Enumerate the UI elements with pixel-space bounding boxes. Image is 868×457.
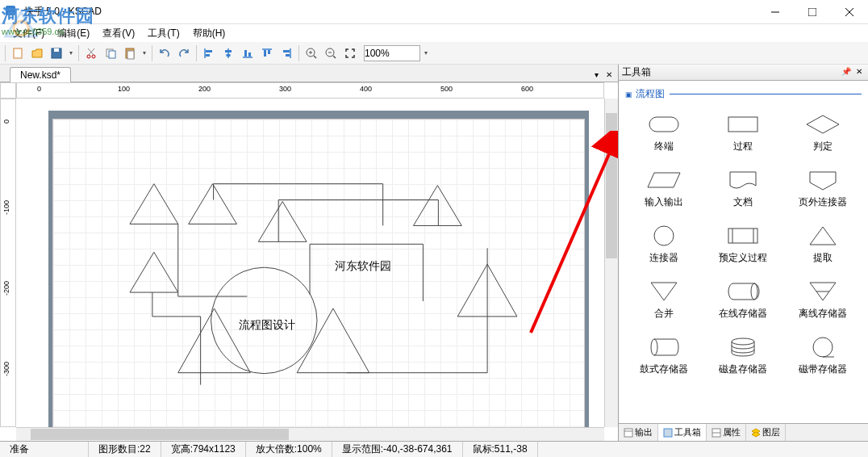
shape-io[interactable]: 输入输出 xyxy=(625,163,703,214)
redo-button[interactable] xyxy=(175,44,193,62)
svg-rect-41 xyxy=(649,117,678,132)
save-dropdown-icon[interactable]: ▾ xyxy=(67,49,75,57)
io-icon xyxy=(646,168,682,192)
status-ready: 准备 xyxy=(0,442,89,457)
shape-connector[interactable]: 连接器 xyxy=(625,219,703,270)
toolbox-panel: 工具箱 📌 ✕ ▣ 流程图 终端过程判定输入输出文档页外连接器连接器预定义过程提… xyxy=(618,65,868,441)
drawing-page[interactable]: 河东软件园 流程图设计 xyxy=(52,119,585,427)
cut-button[interactable] xyxy=(82,44,100,62)
minimize-button[interactable] xyxy=(757,0,794,24)
terminator-icon xyxy=(646,112,682,136)
svg-rect-1 xyxy=(6,6,15,15)
svg-rect-42 xyxy=(728,117,757,132)
canvas-viewport: 0 100 200 300 400 500 600 0 -100 -200 -3… xyxy=(0,82,618,441)
zoom-out-button[interactable] xyxy=(322,44,340,62)
shape-decision[interactable]: 判定 xyxy=(784,107,862,158)
menu-view[interactable]: 查看(V) xyxy=(96,25,141,42)
shape-drum-storage[interactable]: 鼓式存储器 xyxy=(625,330,703,381)
menu-help[interactable]: 帮助(H) xyxy=(186,25,232,42)
predefined-icon xyxy=(725,224,761,248)
merge-icon xyxy=(646,279,682,304)
shape-label: 磁盘存储器 xyxy=(719,363,767,376)
undo-button[interactable] xyxy=(156,44,173,62)
svg-rect-31 xyxy=(286,54,290,57)
drum-storage-icon xyxy=(646,335,682,359)
svg-line-12 xyxy=(89,48,94,55)
align-left-button[interactable] xyxy=(200,44,218,62)
align-bottom-button[interactable] xyxy=(239,44,257,62)
maximize-button[interactable] xyxy=(794,0,831,24)
tab-dropdown-icon[interactable]: ▾ xyxy=(590,70,602,82)
status-page-size: 宽高:794x1123 xyxy=(161,442,246,457)
paste-dropdown-icon[interactable]: ▾ xyxy=(140,49,148,57)
shape-label: 预定义过程 xyxy=(719,251,767,265)
svg-rect-53 xyxy=(624,429,632,437)
svg-rect-8 xyxy=(54,48,59,52)
shape-merge[interactable]: 合并 xyxy=(625,275,703,325)
shape-label: 文档 xyxy=(733,195,753,209)
shape-document[interactable]: 文档 xyxy=(704,163,782,214)
extract-icon xyxy=(805,224,841,248)
panel-pin-icon[interactable]: 📌 xyxy=(841,67,852,78)
disk-storage-icon xyxy=(725,335,761,359)
align-right-button[interactable] xyxy=(278,44,295,62)
copy-button[interactable] xyxy=(102,44,119,62)
svg-line-33 xyxy=(314,56,316,58)
panel-tab-properties[interactable]: 属性 xyxy=(707,424,746,441)
svg-rect-19 xyxy=(206,54,210,57)
svg-point-43 xyxy=(654,226,674,245)
window-title: 快手 5.0 - KSCAD xyxy=(24,5,757,19)
tab-close-icon[interactable]: ✕ xyxy=(603,70,615,82)
category-header[interactable]: ▣ 流程图 xyxy=(619,81,868,104)
menu-file[interactable]: 文件(F) xyxy=(6,25,51,42)
connector-icon xyxy=(646,224,682,248)
svg-rect-14 xyxy=(109,51,115,58)
menu-bar: 文件(F) 编辑(E) 查看(V) 工具(T) 帮助(H) xyxy=(0,24,868,42)
shape-offline-storage[interactable]: 离线存储器 xyxy=(784,275,862,325)
document-tab-bar: New.ksd* ▾ ✕ xyxy=(0,65,618,82)
shape-label: 连接器 xyxy=(649,251,678,265)
svg-rect-21 xyxy=(225,50,232,52)
ruler-corner xyxy=(0,82,16,99)
align-top-button[interactable] xyxy=(258,44,276,62)
panel-tab-toolbox[interactable]: 工具箱 xyxy=(658,424,707,441)
shape-extract[interactable]: 提取 xyxy=(784,219,862,270)
close-button[interactable] xyxy=(831,0,868,24)
panel-tab-layers[interactable]: 图层 xyxy=(746,424,786,441)
panel-close-icon[interactable]: ✕ xyxy=(853,67,865,78)
zoom-combo[interactable] xyxy=(364,45,420,61)
ruler-horizontal: 0 100 200 300 400 500 600 xyxy=(16,82,604,99)
svg-rect-24 xyxy=(244,50,247,57)
shape-label: 在线存储器 xyxy=(719,307,767,321)
status-mouse: 鼠标:511,-38 xyxy=(463,442,538,457)
menu-tools[interactable]: 工具(T) xyxy=(141,25,186,42)
align-center-h-button[interactable] xyxy=(219,44,237,62)
offline-storage-icon xyxy=(805,279,841,304)
shape-terminator[interactable]: 终端 xyxy=(625,107,703,158)
shape-disk-storage[interactable]: 磁盘存储器 xyxy=(704,330,782,381)
menu-edit[interactable]: 编辑(E) xyxy=(51,25,96,42)
svg-point-10 xyxy=(92,55,95,58)
shape-tape-storage[interactable]: 磁带存储器 xyxy=(784,330,862,381)
zoom-dropdown-icon[interactable]: ▾ xyxy=(422,49,430,57)
shape-process[interactable]: 过程 xyxy=(704,107,782,158)
new-button[interactable] xyxy=(9,44,27,62)
shape-predefined[interactable]: 预定义过程 xyxy=(704,219,782,270)
panel-tab-output[interactable]: 输出 xyxy=(619,424,658,441)
zoom-fit-button[interactable] xyxy=(341,44,359,62)
shape-online-storage[interactable]: 在线存储器 xyxy=(704,275,782,325)
scrollbar-vertical[interactable] xyxy=(604,99,618,427)
shape-label: 判定 xyxy=(813,140,833,153)
canvas-text-label: 河东软件园 xyxy=(335,259,391,274)
document-tab[interactable]: New.ksd* xyxy=(10,67,71,82)
zoom-in-button[interactable] xyxy=(303,44,320,62)
tape-storage-icon xyxy=(805,335,841,359)
open-button[interactable] xyxy=(28,44,46,62)
paste-button[interactable] xyxy=(121,44,139,62)
scrollbar-horizontal[interactable] xyxy=(16,427,604,441)
save-button[interactable] xyxy=(48,44,65,62)
offpage-icon xyxy=(805,168,841,192)
app-icon xyxy=(4,4,20,20)
shape-offpage[interactable]: 页外连接器 xyxy=(784,163,862,214)
canvas[interactable]: 河东软件园 流程图设计 xyxy=(16,99,604,427)
